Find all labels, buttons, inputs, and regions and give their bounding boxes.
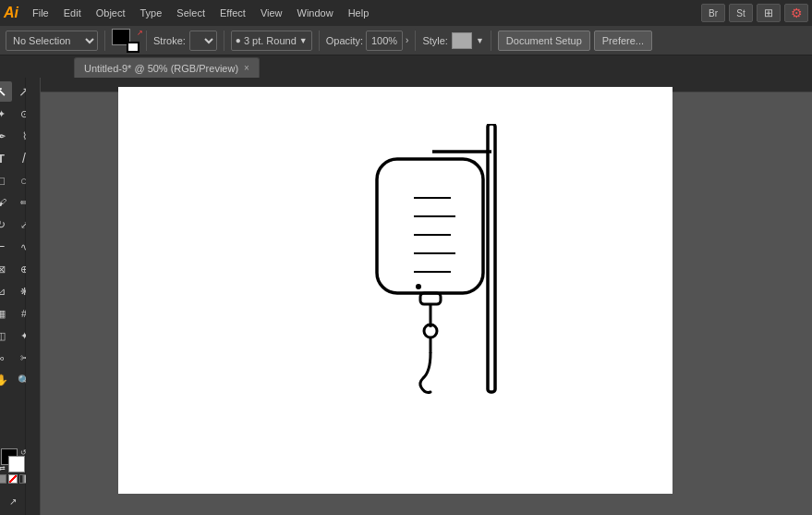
tab-title: Untitled-9* @ 50% (RGB/Preview): [84, 63, 238, 74]
selection-display: No Selection: [6, 31, 98, 51]
selection-tool[interactable]: ↖: [0, 81, 12, 102]
column-graph-tool[interactable]: ▦: [0, 303, 12, 324]
style-chevron-icon[interactable]: ▼: [476, 36, 484, 45]
opacity-input[interactable]: [366, 31, 403, 51]
stroke-cap-style[interactable]: ● 3 pt. Round ▼: [231, 31, 312, 51]
menu-edit[interactable]: Edit: [57, 6, 88, 20]
separator-1: [104, 31, 105, 51]
none-color-btn[interactable]: [8, 474, 18, 484]
preferences-button[interactable]: Prefere...: [594, 31, 652, 51]
blend-tool[interactable]: ∞: [0, 348, 12, 368]
stroke-label: Stroke:: [153, 35, 186, 46]
opacity-label: Opacity:: [326, 35, 363, 46]
color-section: ↺ ⇄: [0, 445, 29, 487]
rectangle-tool[interactable]: □: [0, 170, 12, 190]
document-setup-button[interactable]: Document Setup: [498, 31, 590, 51]
menu-object[interactable]: Object: [90, 6, 132, 20]
tab-close-icon[interactable]: ×: [244, 63, 249, 73]
menu-bar-right-icons: Br St ⊞ ⚙: [701, 4, 808, 22]
document-tab[interactable]: Untitled-9* @ 50% (RGB/Preview) ×: [74, 57, 260, 78]
menu-effect[interactable]: Effect: [213, 6, 252, 20]
menu-file[interactable]: File: [26, 6, 55, 20]
iv-bag-svg: [358, 124, 525, 401]
chevron-down-icon: ▼: [299, 36, 308, 45]
color-mode-buttons: [0, 474, 29, 484]
opacity-section: Opacity: ›: [326, 31, 409, 51]
stock-app-icon[interactable]: St: [729, 4, 753, 22]
svg-point-8: [416, 284, 421, 289]
ruler-left: [26, 78, 41, 515]
selection-dropdown[interactable]: No Selection: [6, 31, 98, 51]
swap-colors-icon[interactable]: ⇄: [0, 464, 6, 472]
style-swatch[interactable]: [452, 32, 472, 49]
bridge-app-icon[interactable]: Br: [701, 4, 725, 22]
tab-bar: Untitled-9* @ 50% (RGB/Preview) ×: [0, 55, 812, 78]
stroke-swatch[interactable]: [127, 42, 139, 53]
app-logo: Ai: [4, 5, 18, 21]
free-transform-tool[interactable]: ⊠: [0, 259, 12, 279]
grid-view-icon[interactable]: ⊞: [757, 4, 781, 22]
svg-rect-2: [377, 159, 483, 293]
extension-icon[interactable]: ⚙: [784, 4, 808, 22]
menu-type[interactable]: Type: [134, 6, 169, 20]
gradient-tool[interactable]: ◫: [0, 325, 12, 346]
pen-tool[interactable]: ✒: [0, 126, 12, 146]
style-label: Style:: [422, 35, 448, 46]
paintbrush-tool[interactable]: 🖌: [0, 192, 12, 213]
iv-bag-illustration: [358, 124, 525, 403]
main-area: ↖ ↗ ✦ ⊙ ✒ ⌇ T / □ ○ 🖌 ✏ ↻ ⤢ ⊢ ∿: [0, 78, 812, 515]
hand-tool[interactable]: ✋: [0, 370, 12, 390]
background-color[interactable]: [8, 456, 25, 472]
perspective-tool[interactable]: ⊿: [0, 281, 12, 301]
stroke-arrow-icon[interactable]: ↗: [137, 29, 143, 37]
stroke-weight-select[interactable]: [189, 31, 217, 51]
rotate-tool[interactable]: ↻: [0, 215, 12, 235]
main-toolbar: No Selection ↗ Stroke: ● 3 pt. Round ▼ O…: [0, 26, 812, 55]
type-tool[interactable]: T: [0, 148, 12, 168]
fg-bg-color-display: ↺ ⇄: [1, 448, 25, 472]
stroke-style-label: 3 pt. Round: [244, 35, 297, 46]
fill-stroke-swatches: ↗: [112, 29, 139, 53]
separator-2: [146, 31, 147, 51]
canvas-area[interactable]: [26, 78, 812, 515]
svg-rect-0: [488, 124, 495, 392]
magic-wand-tool[interactable]: ✦: [0, 104, 12, 124]
menu-window[interactable]: Window: [291, 6, 340, 20]
separator-4: [319, 31, 320, 51]
document-canvas: [118, 87, 673, 494]
opacity-arrow-icon[interactable]: ›: [406, 35, 408, 45]
arrow-extra-tool[interactable]: ↗: [2, 491, 24, 511]
stroke-style-icon: ●: [236, 35, 241, 45]
menu-select[interactable]: Select: [170, 6, 212, 20]
menu-bar: Ai File Edit Object Type Select Effect V…: [0, 0, 812, 26]
separator-5: [415, 31, 416, 51]
menu-view[interactable]: View: [254, 6, 289, 20]
separator-6: [491, 31, 491, 51]
tools-panel: ↖ ↗ ✦ ⊙ ✒ ⌇ T / □ ○ 🖌 ✏ ↻ ⤢ ⊢ ∿: [0, 78, 26, 515]
svg-rect-10: [420, 293, 441, 304]
solid-color-btn[interactable]: [0, 474, 6, 484]
separator-3: [224, 31, 224, 51]
width-tool[interactable]: ⊢: [0, 237, 12, 257]
menu-help[interactable]: Help: [342, 6, 376, 20]
